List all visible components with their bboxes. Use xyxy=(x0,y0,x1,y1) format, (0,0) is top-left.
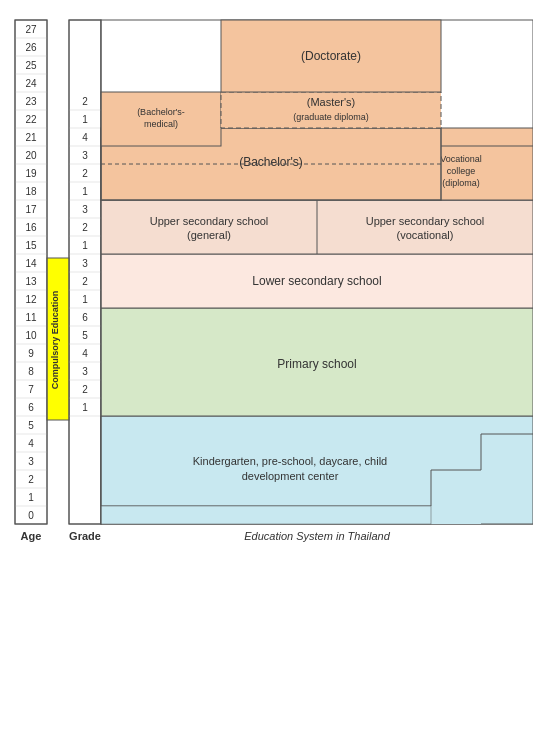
age-12: 12 xyxy=(25,294,37,305)
grade-2-primary: 2 xyxy=(82,384,88,395)
upper-secondary-general-label: Upper secondary school xyxy=(150,215,269,227)
age-3: 3 xyxy=(28,456,34,467)
grade-2-uni: 2 xyxy=(82,168,88,179)
age-1: 1 xyxy=(28,492,34,503)
age-27: 27 xyxy=(25,24,37,35)
vocational-diploma-label3: (diploma) xyxy=(442,178,480,188)
age-23: 23 xyxy=(25,96,37,107)
grade-1-uni: 1 xyxy=(82,186,88,197)
age-10: 10 xyxy=(25,330,37,341)
masters-label: (Master's) xyxy=(307,96,356,108)
age-2: 2 xyxy=(28,474,34,485)
age-header: Age xyxy=(21,530,42,542)
kindergarten-bottom xyxy=(101,506,431,524)
kindergarten-label2: development center xyxy=(242,470,339,482)
compulsory-label: Compulsory Education xyxy=(50,291,60,390)
bachelors-medical-label2: medical) xyxy=(144,119,178,129)
age-19: 19 xyxy=(25,168,37,179)
lower-secondary-label: Lower secondary school xyxy=(252,274,381,288)
kindergarten-label: Kindergarten, pre-school, daycare, child xyxy=(193,455,387,467)
chart-container: 27 26 25 24 23 22 21 20 19 18 17 16 15 1… xyxy=(0,0,533,756)
grade-6-primary: 6 xyxy=(82,312,88,323)
upper-secondary-general-label2: (general) xyxy=(187,229,231,241)
grade-header: Grade xyxy=(69,530,101,542)
grade-1-primary: 1 xyxy=(82,402,88,413)
age-18: 18 xyxy=(25,186,37,197)
upper-secondary-vocational-label2: (vocational) xyxy=(397,229,454,241)
grade-3-lower: 3 xyxy=(82,258,88,269)
age-0: 0 xyxy=(28,510,34,521)
grade-2-masters: 2 xyxy=(82,96,88,107)
grade-4-uni: 4 xyxy=(82,132,88,143)
age-5: 5 xyxy=(28,420,34,431)
grade-1-upper: 1 xyxy=(82,240,88,251)
chart-title: Education System in Thailand xyxy=(244,530,390,542)
bachelors-label: (Bachelor's) xyxy=(239,155,303,169)
upper-secondary-vocational-label: Upper secondary school xyxy=(366,215,485,227)
age-16: 16 xyxy=(25,222,37,233)
age-4: 4 xyxy=(28,438,34,449)
age-15: 15 xyxy=(25,240,37,251)
age-21: 21 xyxy=(25,132,37,143)
age-8: 8 xyxy=(28,366,34,377)
age-14: 14 xyxy=(25,258,37,269)
age-13: 13 xyxy=(25,276,37,287)
age-6: 6 xyxy=(28,402,34,413)
age-17: 17 xyxy=(25,204,37,215)
graduate-diploma-label: (graduate diploma) xyxy=(293,112,369,122)
vocational-diploma-label: Vocational xyxy=(440,154,482,164)
age-9: 9 xyxy=(28,348,34,359)
age-26: 26 xyxy=(25,42,37,53)
grade-3-upper: 3 xyxy=(82,204,88,215)
grade-2-upper: 2 xyxy=(82,222,88,233)
grade-4-primary: 4 xyxy=(82,348,88,359)
grade-5-primary: 5 xyxy=(82,330,88,341)
age-22: 22 xyxy=(25,114,37,125)
education-chart: 27 26 25 24 23 22 21 20 19 18 17 16 15 1… xyxy=(10,10,533,736)
grade-2-lower: 2 xyxy=(82,276,88,287)
grade-1-masters: 1 xyxy=(82,114,88,125)
age-7: 7 xyxy=(28,384,34,395)
grade-3-uni: 3 xyxy=(82,150,88,161)
primary-label: Primary school xyxy=(277,357,356,371)
age-11: 11 xyxy=(25,312,37,323)
bachelors-medical-label: (Bachelor's- xyxy=(137,107,185,117)
age-24: 24 xyxy=(25,78,37,89)
grade-1-lower: 1 xyxy=(82,294,88,305)
grade-3-primary: 3 xyxy=(82,366,88,377)
vocational-diploma-label2: college xyxy=(447,166,476,176)
age-20: 20 xyxy=(25,150,37,161)
doctorate-label: (Doctorate) xyxy=(301,49,361,63)
age-25: 25 xyxy=(25,60,37,71)
